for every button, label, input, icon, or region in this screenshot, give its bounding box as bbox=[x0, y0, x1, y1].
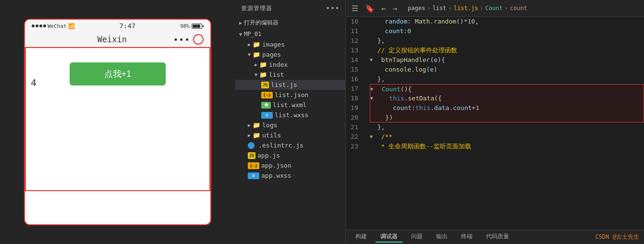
phone-status-bar: WeChat 📶 7:47 98% bbox=[25, 20, 210, 32]
footer-tab-terminal[interactable]: 终端 bbox=[456, 232, 477, 243]
explorer-header: 资源管理器 ••• bbox=[235, 0, 345, 17]
signal-dot bbox=[39, 24, 42, 27]
code-line-13: // 定义按钮的事件处理函数 bbox=[370, 46, 644, 55]
explorer-menu-button[interactable]: ••• bbox=[326, 4, 340, 13]
ln-18: 18 bbox=[346, 94, 362, 103]
ln-14: 14 bbox=[346, 55, 362, 65]
ln-16: 16 bbox=[346, 74, 362, 84]
breadcrumb-sep3: › bbox=[480, 5, 483, 12]
listwxml-label: list.wxml bbox=[273, 101, 306, 109]
ln-12: 12 bbox=[346, 36, 362, 46]
tree-item-index[interactable]: ▶ 📁 index bbox=[235, 60, 345, 70]
breadcrumb-sep4: › bbox=[505, 5, 508, 12]
tree-item-appwxss[interactable]: ≡ app.wxss bbox=[235, 171, 345, 181]
battery-tip bbox=[203, 25, 204, 27]
explorer-title: 资源管理器 bbox=[241, 4, 272, 12]
list-arrow: ▼ bbox=[255, 72, 257, 77]
tree-item-images[interactable]: ▶ 📁 images bbox=[235, 39, 345, 49]
appjs-label: app.js bbox=[257, 152, 280, 159]
code-line-14: ▼ btnTapHandler(e){ bbox=[370, 55, 644, 65]
tree-item-listwxml[interactable]: ⬢ list.wxml bbox=[235, 100, 345, 110]
code-line-15: console.log(e) bbox=[370, 65, 644, 74]
tree-item-list[interactable]: ▼ 📁 list bbox=[235, 70, 345, 80]
tree-item-eslint[interactable]: .eslintrc.js bbox=[235, 140, 345, 150]
editor-tab-actions: ☰ 🔖 ← → bbox=[346, 3, 403, 14]
index-folder-icon: 📁 bbox=[259, 61, 267, 68]
phone-title-dots: ••• bbox=[173, 35, 190, 45]
footer-tab-problems[interactable]: 问题 bbox=[406, 232, 427, 243]
phone-content: 点我+1 4 bbox=[25, 47, 210, 191]
index-arrow: ▶ bbox=[255, 62, 257, 67]
appwxss-icon: ≡ bbox=[248, 172, 259, 179]
project-arrow: ▼ bbox=[239, 32, 242, 37]
ln-17: 17 bbox=[346, 84, 362, 94]
breadcrumb-pages: pages bbox=[408, 5, 425, 12]
phone-status-right: 98% bbox=[180, 23, 204, 29]
editor-panel: ☰ 🔖 ← → pages › list › list.js › Count ›… bbox=[346, 0, 644, 244]
ln-22: 22 bbox=[346, 132, 362, 142]
phone-title-bar: Weixin ••• bbox=[25, 32, 210, 47]
back-icon[interactable]: ← bbox=[379, 3, 388, 14]
footer-tab-quality[interactable]: 代码质量 bbox=[481, 232, 514, 243]
ln-23: 23 bbox=[346, 142, 362, 151]
tree-item-listjs[interactable]: JS list.js bbox=[235, 80, 345, 90]
pages-arrow: ▼ bbox=[248, 52, 251, 57]
tree-item-appjs[interactable]: JS app.js bbox=[235, 150, 345, 160]
breadcrumb-count: Count bbox=[486, 5, 503, 12]
eslint-icon bbox=[248, 142, 255, 149]
listwxss-label: list.wxss bbox=[275, 111, 308, 119]
battery-icon bbox=[192, 24, 204, 29]
pages-folder-icon: 📁 bbox=[253, 51, 260, 58]
battery-percent: 98% bbox=[180, 23, 190, 29]
count-display: 4 bbox=[31, 77, 36, 88]
project-name: MP_01 bbox=[244, 31, 261, 37]
signal-dots bbox=[32, 24, 46, 27]
tree-item-appjson[interactable]: {-} app.json bbox=[235, 160, 345, 171]
listjson-icon: {-} bbox=[261, 92, 273, 98]
ln-11: 11 bbox=[346, 26, 362, 36]
phone-panel: WeChat 📶 7:47 98% Weixin ••• bbox=[0, 0, 235, 244]
project-section[interactable]: ▼ MP_01 bbox=[235, 29, 345, 39]
phone-time: 7:47 bbox=[120, 22, 136, 30]
footer-tab-output[interactable]: 输出 bbox=[431, 232, 452, 243]
images-label: images bbox=[262, 41, 285, 48]
signal-dot bbox=[36, 24, 38, 27]
wifi-icon: 📶 bbox=[68, 23, 75, 29]
hamburger-icon[interactable]: ☰ bbox=[350, 3, 360, 14]
open-editors-section[interactable]: ▶ 打开的编辑器 bbox=[235, 17, 345, 29]
code-line-20: }) bbox=[370, 113, 644, 122]
ln-19: 19 bbox=[346, 103, 362, 113]
line-numbers: 10 11 12 13 14 15 16 17 18 19 20 21 22 2… bbox=[346, 17, 365, 230]
logs-label: logs bbox=[262, 122, 277, 129]
tap-button[interactable]: 点我+1 bbox=[70, 62, 166, 85]
tree-item-pages[interactable]: ▼ 📁 pages bbox=[235, 49, 345, 60]
phone-frame: WeChat 📶 7:47 98% Weixin ••• bbox=[24, 19, 211, 225]
footer-tab-build[interactable]: 构建 bbox=[351, 232, 372, 243]
appwxss-label: app.wxss bbox=[261, 172, 292, 179]
ln-10: 10 bbox=[346, 17, 362, 26]
breadcrumb-sep2: › bbox=[449, 5, 452, 12]
appjson-label: app.json bbox=[261, 162, 292, 169]
tree-item-logs[interactable]: ▶ 📁 logs bbox=[235, 120, 345, 130]
logs-arrow: ▶ bbox=[248, 122, 251, 128]
tree-item-utils[interactable]: ▶ 📁 utils bbox=[235, 130, 345, 140]
tree-item-listjson[interactable]: {-} list.json bbox=[235, 90, 345, 100]
bookmark-icon[interactable]: 🔖 bbox=[363, 3, 377, 14]
tree-item-listwxss[interactable]: ≡ list.wxss bbox=[235, 110, 345, 120]
code-area[interactable]: random: Math.random()*10, count:0 }, // … bbox=[365, 17, 644, 230]
logs-folder-icon: 📁 bbox=[253, 122, 260, 129]
appjs-icon: JS bbox=[248, 152, 255, 159]
ln-21: 21 bbox=[346, 122, 362, 132]
breadcrumb: pages › list › list.js › Count › count bbox=[403, 5, 644, 12]
listjs-label: list.js bbox=[271, 81, 297, 88]
list-label: list bbox=[269, 71, 284, 78]
footer-author: CSDN @古土先生 bbox=[595, 233, 639, 241]
code-line-10: random: Math.random()*10, bbox=[370, 17, 644, 26]
breadcrumb-listjs: list.js bbox=[454, 5, 478, 12]
phone-title-text: Weixin bbox=[51, 35, 173, 44]
footer-tab-debug[interactable]: 调试器 bbox=[376, 232, 402, 243]
forward-icon[interactable]: → bbox=[391, 3, 400, 14]
code-line-23: * 生命周期函数--监听页面加载 bbox=[370, 142, 644, 151]
code-line-19: count:this.data.count+1 bbox=[370, 103, 644, 113]
explorer-panel: 资源管理器 ••• ▶ 打开的编辑器 ▼ MP_01 ▶ 📁 images ▼ … bbox=[235, 0, 346, 244]
